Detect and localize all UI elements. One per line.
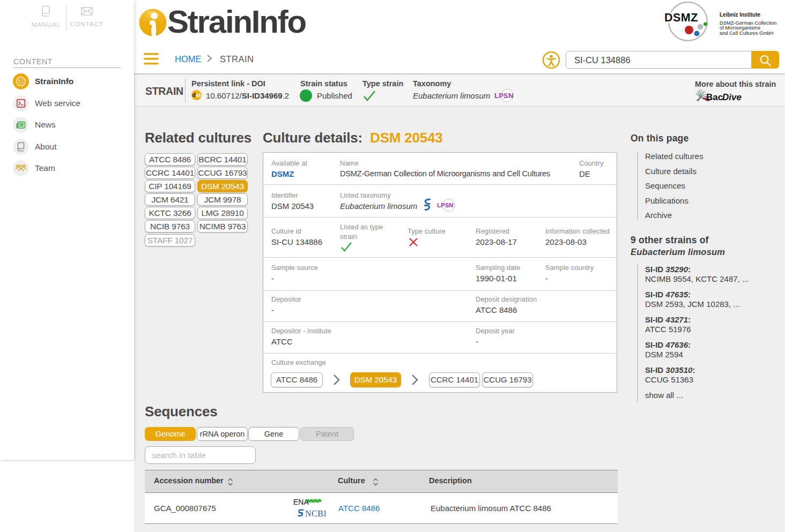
- svg-text:of Microorganisms: of Microorganisms: [720, 25, 760, 31]
- svg-text:DSMZ: DSMZ: [664, 11, 698, 24]
- svg-text:and Cell Cultures GmbH: and Cell Cultures GmbH: [720, 31, 774, 36]
- svg-text:Dive: Dive: [722, 92, 742, 102]
- svg-text:NCBI: NCBI: [305, 509, 325, 518]
- svg-text:DSMZ-German Collection: DSMZ-German Collection: [720, 20, 776, 26]
- svg-text:Leibniz Institute: Leibniz Institute: [720, 12, 761, 18]
- svg-text:Bac: Bac: [706, 92, 723, 102]
